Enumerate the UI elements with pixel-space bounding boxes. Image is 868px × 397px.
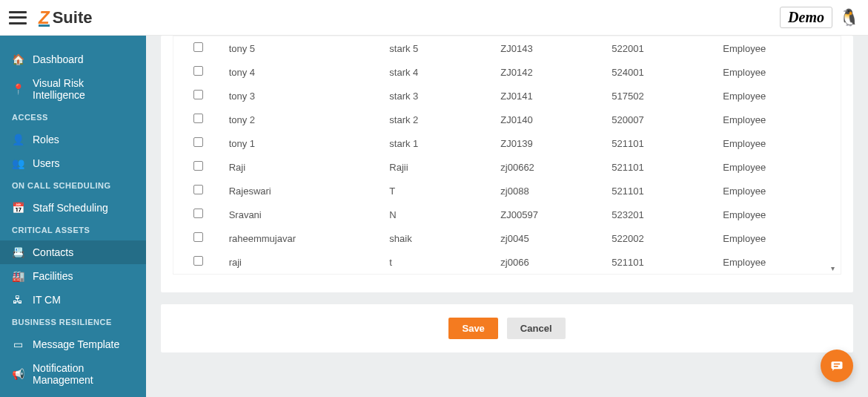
cell-pin: 522002	[606, 226, 717, 250]
row-checkbox[interactable]	[193, 114, 203, 123]
cell-last-name: Rajii	[383, 155, 494, 179]
header: Z Suite Demo 🐧	[0, 0, 868, 36]
sidebar-item-label: Contacts	[33, 246, 73, 258]
cell-last-name: t	[383, 250, 494, 274]
row-checkbox[interactable]	[193, 66, 203, 76]
user-icon: 👤	[12, 134, 24, 145]
cell-type: Employee	[717, 84, 841, 108]
menu-toggle-button[interactable]	[9, 11, 27, 24]
cell-employee-id: zj00662	[494, 155, 606, 179]
cell-employee-id: ZJ00597	[494, 203, 606, 226]
cell-employee-id: ZJ0140	[494, 108, 606, 131]
brand-text: Suite	[53, 8, 93, 27]
sidebar-item-users[interactable]: 👥Users	[0, 151, 146, 175]
cell-first-name: Sravani	[223, 203, 384, 226]
cell-pin: 524001	[606, 60, 717, 84]
sidebar-item-label: Users	[33, 157, 60, 169]
sidebar-item-staff-scheduling[interactable]: 📅Staff Scheduling	[0, 196, 146, 220]
sidebar-item-label: Facilities	[33, 270, 73, 282]
table-row: tony 3stark 3ZJ0141517502Employee	[173, 84, 841, 108]
cell-type: Employee	[717, 179, 841, 203]
cell-pin: 521101	[606, 155, 717, 179]
cancel-button[interactable]: Cancel	[507, 318, 566, 339]
cell-pin: 521101	[606, 131, 717, 155]
cell-last-name: N	[383, 203, 494, 226]
contacts-icon: 📇	[12, 246, 24, 258]
sidebar-section-title: ACCESS	[0, 107, 146, 128]
cell-type: Employee	[717, 36, 841, 60]
notify-icon: 📢	[12, 368, 24, 380]
cell-pin: 523201	[606, 203, 717, 226]
cell-pin: 522001	[606, 36, 717, 60]
save-button[interactable]: Save	[448, 318, 497, 339]
avatar[interactable]: 🐧	[838, 7, 859, 28]
row-checkbox[interactable]	[193, 232, 203, 242]
sidebar-item-label: Dashboard	[33, 53, 84, 65]
sidebar-item-it-cm[interactable]: 🖧IT CM	[0, 288, 146, 312]
sidebar-item-roles[interactable]: 👤Roles	[0, 128, 146, 151]
row-checkbox[interactable]	[193, 209, 203, 218]
chat-button[interactable]	[821, 350, 853, 382]
sidebar-item-facilities[interactable]: 🏭Facilities	[0, 264, 146, 288]
cell-last-name: stark 5	[383, 36, 494, 60]
table-row: RajiRajiizj00662521101Employee	[173, 155, 841, 179]
calendar-icon: 📅	[12, 202, 24, 214]
cell-employee-id: ZJ0139	[494, 131, 606, 155]
demo-badge: Demo	[780, 7, 832, 28]
cell-first-name: tony 4	[223, 60, 384, 84]
cell-first-name: tony 3	[223, 84, 384, 108]
row-checkbox[interactable]	[193, 161, 203, 171]
cell-first-name: Rajeswari	[223, 179, 384, 203]
cell-last-name: stark 4	[383, 60, 494, 84]
sidebar-item-label: Roles	[33, 134, 59, 145]
cell-type: Employee	[717, 155, 841, 179]
row-checkbox[interactable]	[193, 90, 203, 99]
sidebar-item-notification-management[interactable]: 📢Notification Management	[0, 356, 146, 392]
cell-employee-id: ZJ0141	[494, 84, 606, 108]
cell-first-name: raji	[223, 250, 384, 274]
cell-employee-id: ZJ0142	[494, 60, 606, 84]
sidebar-item-label: Visual Risk Intelligence	[33, 77, 134, 101]
table-row: tony 2stark 2ZJ0140520007Employee	[173, 108, 841, 131]
table-row: rajitzj0066521101Employee	[173, 250, 841, 274]
sidebar: 🏠Dashboard📍Visual Risk IntelligenceACCES…	[0, 36, 146, 397]
dashboard-icon: 🏠	[12, 53, 24, 65]
itcm-icon: 🖧	[12, 294, 24, 306]
row-checkbox[interactable]	[193, 137, 203, 147]
cell-type: Employee	[717, 203, 841, 226]
cell-first-name: Raji	[223, 155, 384, 179]
chat-icon	[829, 358, 844, 373]
sidebar-item-label: Message Template	[33, 338, 119, 350]
table-row: RajeswariTzj0088521101Employee	[173, 179, 841, 203]
cell-first-name: raheemmujavar	[223, 226, 384, 250]
sidebar-item-dashboard[interactable]: 🏠Dashboard	[0, 47, 146, 71]
sidebar-item-label: Staff Scheduling	[33, 202, 108, 214]
cell-last-name: stark 1	[383, 131, 494, 155]
row-checkbox[interactable]	[193, 256, 203, 266]
row-checkbox[interactable]	[193, 185, 203, 194]
cell-type: Employee	[717, 250, 841, 274]
cell-last-name: stark 3	[383, 84, 494, 108]
cell-first-name: tony 5	[223, 36, 384, 60]
main-content: tony 5stark 5ZJ0143522001Employeetony 4s…	[146, 36, 868, 397]
pin-icon: 📍	[12, 83, 24, 95]
table-row: raheemmujavarshaikzj0045522002Employee	[173, 226, 841, 250]
brand[interactable]: Z Suite	[39, 7, 92, 28]
cell-last-name: shaik	[383, 226, 494, 250]
users-icon: 👥	[12, 157, 24, 169]
cell-type: Employee	[717, 60, 841, 84]
row-checkbox[interactable]	[193, 42, 203, 52]
cell-type: Employee	[717, 226, 841, 250]
table-scroll[interactable]: tony 5stark 5ZJ0143522001Employeetony 4s…	[173, 36, 841, 275]
cell-employee-id: zj0088	[494, 179, 606, 203]
cell-pin: 517502	[606, 84, 717, 108]
cell-pin: 521101	[606, 179, 717, 203]
sidebar-section-title: CRITICAL ASSETS	[0, 220, 146, 240]
sidebar-item-label: Notification Management	[33, 362, 134, 386]
table-card: tony 5stark 5ZJ0143522001Employeetony 4s…	[161, 36, 853, 292]
table-row: tony 4stark 4ZJ0142524001Employee	[173, 60, 841, 84]
sidebar-item-contacts[interactable]: 📇Contacts	[0, 240, 146, 264]
sidebar-item-message-template[interactable]: ▭Message Template	[0, 332, 146, 356]
table-row: tony 1stark 1ZJ0139521101Employee	[173, 131, 841, 155]
sidebar-item-visual-risk-intelligence[interactable]: 📍Visual Risk Intelligence	[0, 71, 146, 107]
